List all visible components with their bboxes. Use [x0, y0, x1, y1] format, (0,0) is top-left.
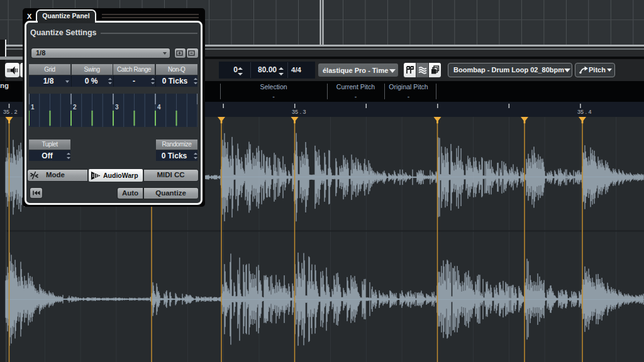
svg-text:2: 2	[73, 104, 77, 111]
svg-text:1: 1	[31, 104, 35, 111]
svg-text:3: 3	[115, 104, 119, 111]
svg-text:4: 4	[157, 104, 161, 111]
